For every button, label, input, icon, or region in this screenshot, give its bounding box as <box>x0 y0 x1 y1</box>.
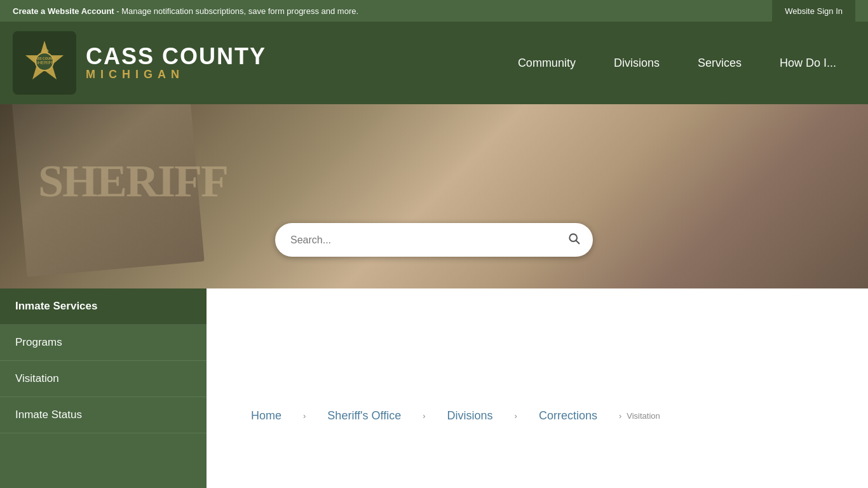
site-header: CASS COUNTY SHERIFF CASS COUNTY MICHIGAN… <box>0 22 868 104</box>
breadcrumb-corrections[interactable]: Corrections <box>520 308 616 488</box>
search-bar <box>275 223 593 257</box>
county-name: CASS COUNTY MICHIGAN <box>86 45 266 81</box>
top-bar: Create a Website Account - Manage notifi… <box>0 0 868 22</box>
state-name-text: MICHIGAN <box>86 68 266 81</box>
breadcrumb-sep-3: › <box>515 411 517 421</box>
hero-section: SHERIFF <box>0 104 868 288</box>
search-icon <box>567 232 580 245</box>
cass-county-text: CASS COUNTY <box>86 45 266 68</box>
nav-services[interactable]: Services <box>679 22 761 104</box>
sidebar-item-inmate-status[interactable]: Inmate Status <box>0 397 207 433</box>
nav-how-do-i[interactable]: How Do I... <box>761 22 855 104</box>
search-input[interactable] <box>275 223 555 257</box>
sidebar-item-programs[interactable]: Programs <box>0 325 207 361</box>
breadcrumb: Home › Sheriff's Office › Divisions › Co… <box>232 308 843 488</box>
sheriff-badge: CASS COUNTY SHERIFF <box>13 31 76 95</box>
badge-icon: CASS COUNTY SHERIFF <box>19 37 70 88</box>
sidebar: Inmate Services Programs Visitation Inma… <box>0 288 207 488</box>
svg-line-5 <box>576 241 580 244</box>
top-bar-description: - Manage notification subscriptions, sav… <box>116 6 358 16</box>
main-content: Home › Sheriff's Office › Divisions › Co… <box>207 288 868 488</box>
search-button[interactable] <box>555 223 593 257</box>
main-nav: Community Divisions Services How Do I... <box>499 22 855 104</box>
breadcrumb-home[interactable]: Home <box>232 308 301 488</box>
hero-overlay <box>0 104 868 288</box>
breadcrumb-sheriffs-office[interactable]: Sheriff's Office <box>308 308 420 488</box>
sidebar-item-inmate-services[interactable]: Inmate Services <box>0 288 207 325</box>
create-account-link[interactable]: Create a Website Account <box>13 6 114 16</box>
breadcrumb-sep-2: › <box>423 411 425 421</box>
nav-divisions[interactable]: Divisions <box>595 22 679 104</box>
breadcrumb-sep-1: › <box>303 411 306 421</box>
main-container: Inmate Services Programs Visitation Inma… <box>0 288 868 488</box>
nav-community[interactable]: Community <box>499 22 595 104</box>
sidebar-item-visitation[interactable]: Visitation <box>0 361 207 397</box>
breadcrumb-sep-4: › <box>619 411 621 421</box>
sign-in-button[interactable]: Website Sign In <box>772 0 855 22</box>
top-bar-message: Create a Website Account - Manage notifi… <box>13 6 358 16</box>
svg-text:SHERIFF: SHERIFF <box>35 60 54 65</box>
breadcrumb-divisions[interactable]: Divisions <box>428 308 512 488</box>
logo-area: CASS COUNTY SHERIFF CASS COUNTY MICHIGAN <box>13 31 266 95</box>
breadcrumb-current: Visitation <box>627 411 660 421</box>
